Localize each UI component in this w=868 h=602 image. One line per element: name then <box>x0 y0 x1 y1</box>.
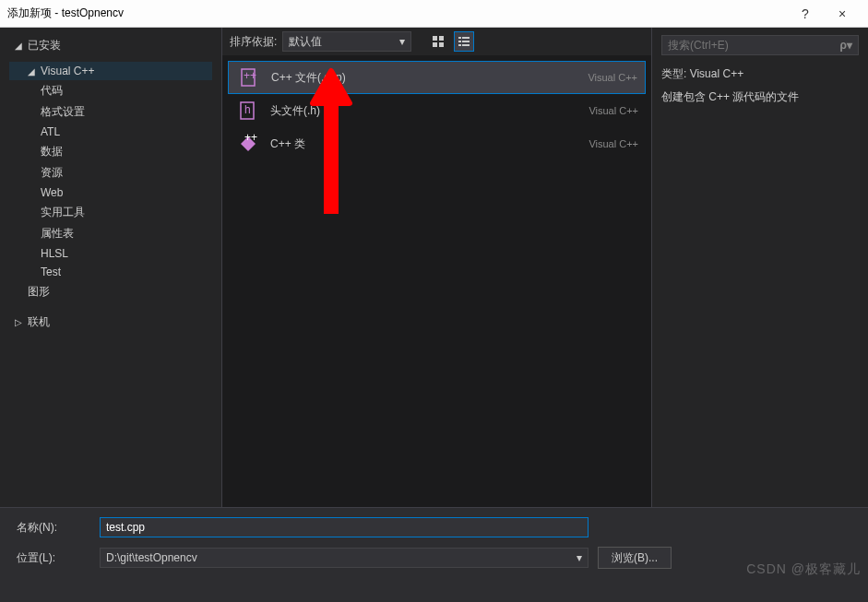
sort-value: 默认值 <box>289 34 322 50</box>
name-row: 名称(N): <box>17 517 851 537</box>
tree-web[interactable]: Web <box>9 183 212 202</box>
search-input[interactable] <box>668 39 840 52</box>
chevron-down-icon: ▾ <box>399 35 405 48</box>
tree-resource[interactable]: 资源 <box>9 162 212 183</box>
svg-text:h: h <box>244 103 251 116</box>
svg-rect-4 <box>458 37 461 39</box>
chevron-right-icon: ▷ <box>15 317 28 327</box>
h-file-icon: h <box>235 98 261 124</box>
cpp-class-icon: ++ <box>235 131 261 157</box>
chevron-down-icon: ◢ <box>28 66 41 77</box>
svg-rect-7 <box>462 41 470 42</box>
tree-label: 已安装 <box>28 38 61 53</box>
svg-rect-5 <box>462 37 470 39</box>
window-title: 添加新项 - testOpnencv <box>7 6 787 21</box>
sidebar: ◢ 已安装 ◢ Visual C++ 代码 格式设置 ATL 数据 资源 Web… <box>0 28 221 507</box>
template-h-file[interactable]: h 头文件(.h) Visual C++ <box>228 94 646 127</box>
template-cpp-class[interactable]: ++ C++ 类 Visual C++ <box>228 127 646 160</box>
template-name: 头文件(.h) <box>270 103 589 119</box>
tiles-icon <box>432 35 445 48</box>
template-cpp-file[interactable]: ++ C++ 文件(.cpp) Visual C++ <box>228 61 646 94</box>
location-combo[interactable]: D:\git\testOpnencv ▾ <box>100 548 589 568</box>
svg-text:++: ++ <box>244 69 256 82</box>
chevron-down-icon: ▾ <box>577 551 582 564</box>
svg-rect-0 <box>433 36 437 41</box>
tree-hlsl[interactable]: HLSL <box>9 244 212 263</box>
svg-rect-8 <box>458 44 461 46</box>
tree-data[interactable]: 数据 <box>9 141 212 162</box>
svg-rect-9 <box>462 44 470 46</box>
detail-panel: ρ▾ 类型: Visual C++ 创建包含 C++ 源代码的文件 <box>652 28 868 507</box>
tree-utility[interactable]: 实用工具 <box>9 202 212 223</box>
svg-rect-6 <box>458 41 461 42</box>
template-name: C++ 类 <box>270 136 589 152</box>
svg-rect-2 <box>433 42 437 47</box>
svg-rect-3 <box>439 42 444 47</box>
detail-desc: 创建包含 C++ 源代码的文件 <box>661 89 859 105</box>
template-list: ++ C++ 文件(.cpp) Visual C++ h 头文件(.h) Vis… <box>222 55 651 507</box>
sort-dropdown[interactable]: 默认值 ▾ <box>282 31 411 52</box>
template-name: C++ 文件(.cpp) <box>271 70 588 86</box>
location-value: D:\git\testOpnencv <box>106 551 197 564</box>
view-tiles-button[interactable] <box>428 31 448 52</box>
list-icon <box>458 35 470 48</box>
tree-label: 联机 <box>28 314 50 330</box>
help-button[interactable]: ? <box>787 6 824 21</box>
tree-label: Visual C++ <box>41 65 94 77</box>
tree-atl[interactable]: ATL <box>9 123 212 141</box>
titlebar: 添加新项 - testOpnencv ? × <box>0 0 868 28</box>
chevron-down-icon: ◢ <box>15 41 28 51</box>
close-button[interactable]: × <box>824 6 861 21</box>
toolbar: 排序依据: 默认值 ▾ <box>222 28 651 55</box>
template-category: Visual C++ <box>589 138 638 149</box>
tree-visualcpp[interactable]: ◢ Visual C++ <box>9 62 212 80</box>
template-category: Visual C++ <box>588 72 637 83</box>
tree-online[interactable]: ▷ 联机 <box>9 312 212 333</box>
svg-rect-1 <box>439 36 444 41</box>
tree-format[interactable]: 格式设置 <box>9 101 212 123</box>
search-box[interactable]: ρ▾ <box>661 35 859 55</box>
tree-code[interactable]: 代码 <box>9 80 212 101</box>
location-label: 位置(L): <box>17 550 90 566</box>
cpp-file-icon: ++ <box>236 65 262 90</box>
template-category: Visual C++ <box>589 105 638 116</box>
main-panel: 排序依据: 默认值 ▾ ++ C++ 文件(.cpp) Visual C++ <box>221 28 652 507</box>
view-list-button[interactable] <box>454 31 474 52</box>
sort-label: 排序依据: <box>230 34 277 50</box>
browse-button[interactable]: 浏览(B)... <box>598 547 672 569</box>
detail-type: 类型: Visual C++ <box>661 66 859 82</box>
tree-graphics[interactable]: 图形 <box>9 281 212 302</box>
search-icon: ρ▾ <box>840 39 852 52</box>
name-input[interactable] <box>100 517 589 537</box>
tree-installed[interactable]: ◢ 已安装 <box>9 35 212 56</box>
location-row: 位置(L): D:\git\testOpnencv ▾ 浏览(B)... <box>17 547 851 569</box>
tree-props[interactable]: 属性表 <box>9 223 212 244</box>
content: ◢ 已安装 ◢ Visual C++ 代码 格式设置 ATL 数据 资源 Web… <box>0 28 868 507</box>
svg-text:++: ++ <box>244 133 257 144</box>
bottom-panel: 名称(N): 位置(L): D:\git\testOpnencv ▾ 浏览(B)… <box>0 507 868 587</box>
name-label: 名称(N): <box>17 520 90 536</box>
tree-test[interactable]: Test <box>9 263 212 281</box>
